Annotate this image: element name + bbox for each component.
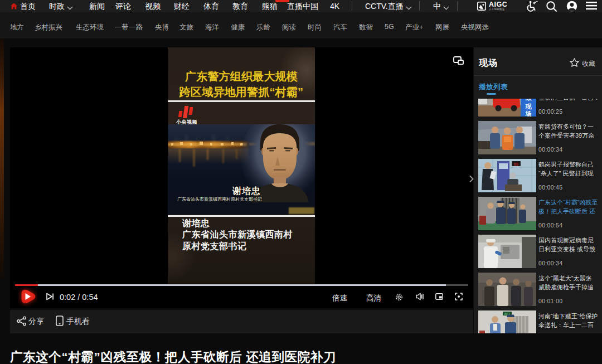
- svg-text:现: 现: [525, 103, 532, 110]
- svg-text:场: 场: [525, 110, 532, 117]
- svg-text:88: 88: [514, 162, 518, 166]
- svg-text:毁: 毁: [525, 99, 532, 101]
